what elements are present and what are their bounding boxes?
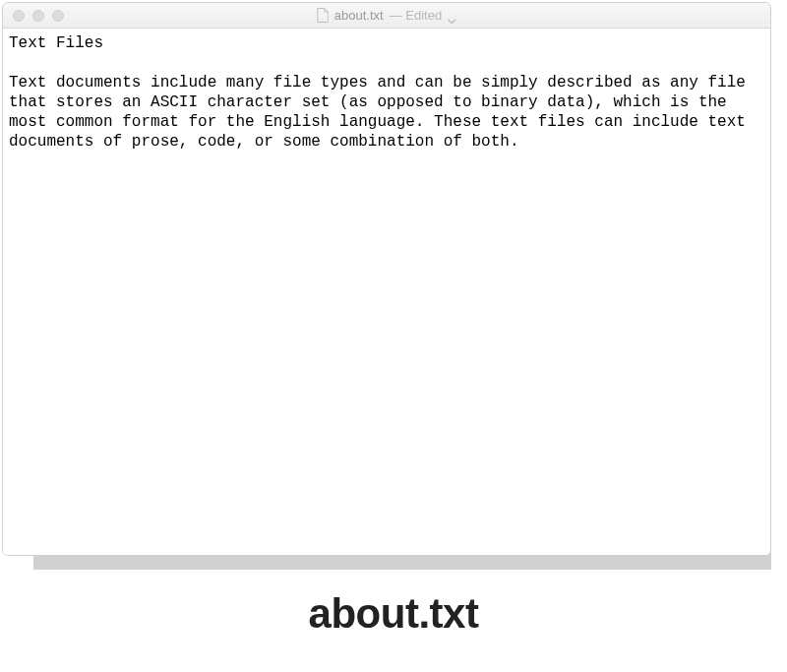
document-heading: Text Files (9, 33, 764, 53)
chevron-down-icon (448, 13, 456, 19)
titlebar-title-group[interactable]: about.txt — Edited (317, 8, 456, 23)
close-button[interactable] (13, 10, 25, 22)
traffic-lights (3, 10, 64, 22)
app-window: about.txt — Edited Text Files Text docum… (2, 2, 771, 556)
page-caption: about.txt (0, 590, 787, 638)
titlebar-filename: about.txt (334, 8, 384, 23)
zoom-button[interactable] (52, 10, 64, 22)
document-body: Text documents include many file types a… (9, 73, 764, 152)
text-editor-content[interactable]: Text Files Text documents include many f… (3, 29, 770, 555)
minimize-button[interactable] (32, 10, 44, 22)
titlebar-edited-label: — Edited (390, 8, 442, 23)
titlebar[interactable]: about.txt — Edited (3, 3, 770, 29)
document-icon (317, 8, 329, 23)
